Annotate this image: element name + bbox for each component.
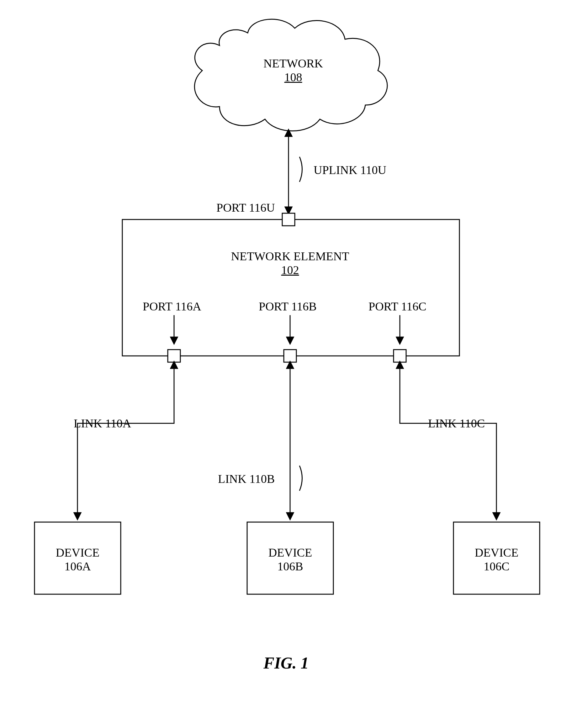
device-c-title: DEVICE [475, 546, 518, 559]
port-116a-label: PORT 116A [143, 299, 201, 313]
network-element-label: NETWORK ELEMENT 102 [227, 249, 353, 277]
cloud-title: NETWORK [264, 57, 323, 70]
port-116b-label: PORT 116B [259, 299, 317, 313]
device-a-label: DEVICE 106A [44, 546, 111, 573]
port-116u-label: PORT 116U [216, 201, 275, 214]
cloud-ref: 108 [285, 70, 302, 84]
device-c-label: DEVICE 106C [463, 546, 530, 573]
port-116a-box [168, 350, 180, 362]
port-116b-box [284, 350, 296, 362]
device-a-title: DEVICE [56, 546, 99, 559]
device-b-title: DEVICE [269, 546, 312, 559]
link-110c-line [400, 362, 497, 519]
link-110b-label: LINK 110B [218, 472, 275, 486]
device-b-label: DEVICE 106B [256, 546, 324, 573]
network-element-ref: 102 [281, 263, 299, 277]
uplink-label: UPLINK 110U [314, 163, 386, 177]
port-116u-box [282, 213, 295, 226]
link-110a-label: LINK 110A [74, 417, 131, 430]
uplink-leader [299, 157, 302, 182]
device-b-ref: 106B [277, 560, 303, 573]
figure-caption: FIG. 1 [264, 654, 309, 672]
cloud-label: NETWORK 108 [254, 57, 332, 84]
device-a-ref: 106A [64, 560, 91, 573]
network-element-title: NETWORK ELEMENT [231, 250, 349, 263]
link-110c-label: LINK 110C [428, 417, 485, 430]
device-c-ref: 106C [484, 560, 509, 573]
port-116c-box [394, 350, 406, 362]
port-116c-label: PORT 116C [369, 299, 426, 313]
link-110b-leader [299, 466, 302, 491]
network-element-box [122, 219, 459, 356]
link-110a-line [78, 362, 174, 519]
